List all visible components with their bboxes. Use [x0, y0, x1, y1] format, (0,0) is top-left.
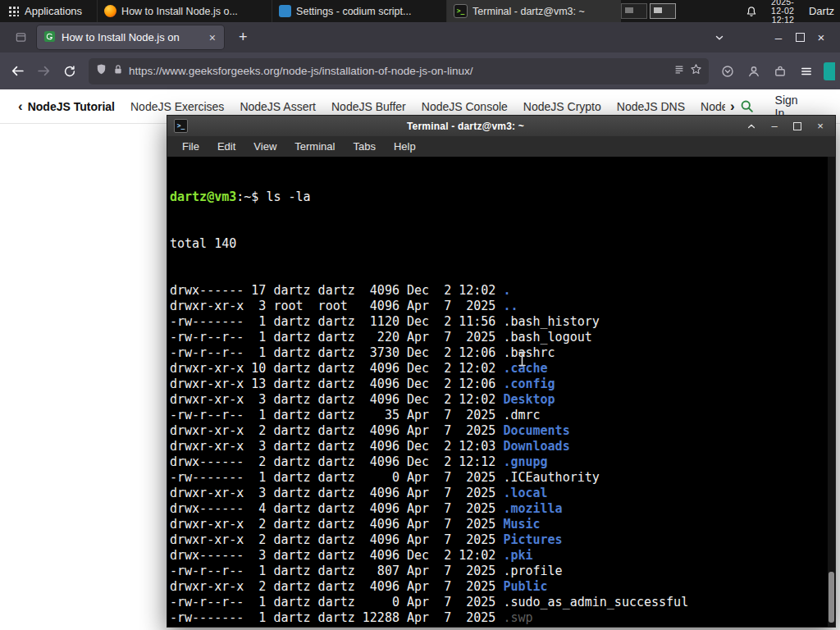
site-nav-item[interactable]: NodeJS Crypto — [523, 100, 601, 113]
applications-grid-icon — [8, 6, 19, 16]
terminal-menu-help[interactable]: Help — [394, 140, 416, 153]
workspace-2[interactable] — [650, 3, 676, 19]
browser-tab-active[interactable]: How to Install Node.js on × — [37, 25, 224, 49]
site-nav-links: NodeJS TutorialNodeJS ExercisesNodeJS As… — [28, 100, 725, 113]
terminal-screen[interactable]: dartz@vm3:~$ ls -la total 140 drwx------… — [167, 157, 835, 627]
site-nav-item[interactable]: NodeJS DNS — [617, 100, 685, 113]
clock-time: 12:12 — [772, 16, 794, 25]
extensions-icon[interactable] — [768, 59, 792, 84]
terminal-shade-button[interactable] — [743, 121, 760, 131]
site-search-icon[interactable] — [740, 99, 754, 113]
file-attributes: -rw-r--r-- 1 dartz dartz 807 Apr 7 2025 — [170, 564, 503, 578]
site-nav-item[interactable]: NodeJS Tutorial — [28, 100, 115, 113]
teal-extension-icon[interactable] — [824, 62, 835, 80]
tab-bar: How to Install Node.js on × + – × — [0, 22, 840, 52]
file-name: . — [503, 283, 510, 298]
terminal-output-line: drwxr-xr-x 2 dartz dartz 4096 Apr 7 2025… — [170, 579, 835, 595]
terminal-output-line: drwxr-xr-x 2 dartz dartz 4096 Apr 7 2025… — [170, 517, 835, 532]
new-tab-button[interactable]: + — [234, 29, 253, 46]
file-attributes: -rw-r--r-- 1 dartz dartz 220 Apr 7 2025 — [170, 330, 503, 345]
scrollbar-thumb[interactable] — [829, 572, 834, 623]
tracking-shield-icon[interactable] — [95, 63, 107, 79]
panel-clock[interactable]: 2025-12-02 12:12 — [771, 0, 794, 25]
reader-mode-icon[interactable] — [673, 64, 685, 79]
file-attributes: -rw------- 1 dartz dartz 1120 Dec 2 11:5… — [170, 314, 503, 329]
terminal-menu-view[interactable]: View — [253, 140, 276, 153]
tab-close-button[interactable]: × — [208, 31, 217, 44]
notification-bell-icon[interactable] — [745, 5, 758, 18]
workspace-switcher[interactable] — [621, 3, 676, 19]
reload-button[interactable] — [57, 59, 82, 84]
file-attributes: drwxr-xr-x 3 dartz dartz 4096 Dec 2 12:0… — [170, 439, 503, 454]
terminal-menu-edit[interactable]: Edit — [217, 140, 235, 153]
terminal-listing: drwx------ 17 dartz dartz 4096 Dec 2 12:… — [170, 283, 835, 627]
window-maximize-button[interactable] — [789, 33, 810, 42]
bookmark-star-icon[interactable] — [690, 63, 702, 79]
site-nav-item[interactable]: NodeJS Assert — [240, 100, 316, 113]
terminal-close-button[interactable]: × — [812, 120, 829, 132]
taskbar-button[interactable]: How to Install Node.js o... — [97, 0, 272, 22]
terminal-prompt-line: dartz@vm3:~$ ls -la — [170, 189, 835, 205]
terminal-menu-file[interactable]: File — [182, 140, 199, 153]
forward-button[interactable] — [31, 59, 56, 84]
window-minimize-button[interactable]: – — [768, 30, 789, 44]
terminal-scrollbar[interactable] — [828, 157, 835, 627]
file-name: Documents — [503, 423, 569, 438]
prompt-suffix: :~$ — [236, 189, 266, 204]
menu-hamburger-icon[interactable] — [794, 59, 819, 84]
file-name: .mozilla — [503, 501, 562, 516]
terminal-maximize-button[interactable] — [789, 122, 806, 130]
navigation-toolbar: https://www.geeksforgeeks.org/node-js/in… — [0, 52, 840, 89]
file-attributes: drwxr-xr-x 2 dartz dartz 4096 Apr 7 2025 — [170, 532, 503, 547]
window-close-button[interactable]: × — [810, 30, 832, 44]
site-nav-item[interactable]: NodeJS Console — [422, 100, 508, 113]
firefox-view-icon[interactable] — [11, 28, 30, 47]
taskbar-button-label: Terminal - dartz@vm3: ~ — [472, 6, 585, 17]
site-nav-forward-chevron[interactable]: › — [725, 98, 740, 115]
taskbar-button[interactable]: >_Terminal - dartz@vm3: ~ — [446, 0, 621, 22]
terminal-output-line: -rw------- 1 dartz dartz 1120 Dec 2 11:5… — [170, 314, 835, 330]
account-icon[interactable] — [742, 59, 766, 84]
site-nav-back-chevron[interactable]: ‹ — [13, 98, 28, 115]
file-attributes: drwx------ 3 dartz dartz 4096 Dec 2 12:0… — [170, 548, 503, 563]
file-name: .sudo_as_admin_successful — [503, 595, 688, 609]
list-all-tabs-chevron-icon[interactable] — [714, 32, 725, 43]
terminal-menu-terminal[interactable]: Terminal — [294, 140, 335, 153]
applications-label: Applications — [25, 5, 82, 17]
file-attributes: -rw------- 1 dartz dartz 12288 Apr 7 202… — [170, 610, 503, 625]
file-name: .ICEauthority — [503, 470, 599, 485]
prompt-user-host: dartz@vm3 — [170, 189, 236, 204]
file-name: .bash_history — [503, 314, 599, 329]
url-text[interactable]: https://www.geeksforgeeks.org/node-js/in… — [129, 65, 669, 77]
terminal-minimize-button[interactable]: – — [766, 120, 783, 132]
site-nav-item[interactable]: Node — [701, 100, 725, 113]
file-name: .. — [503, 299, 518, 313]
back-button[interactable] — [5, 59, 30, 84]
terminal-output-line: drwx------ 2 dartz dartz 4096 Dec 2 12:1… — [170, 454, 835, 470]
taskbar-button[interactable]: Settings - codium script... — [272, 0, 446, 22]
site-nav-item[interactable]: NodeJS Exercises — [130, 100, 224, 113]
lock-icon[interactable] — [112, 63, 124, 79]
file-name: .local — [503, 486, 547, 500]
file-name: .profile — [503, 564, 562, 578]
pocket-icon[interactable] — [715, 59, 740, 84]
maximize-square-icon — [796, 33, 805, 42]
user-menu[interactable]: Dartz — [809, 5, 834, 17]
site-nav-item[interactable]: NodeJS Buffer — [331, 100, 406, 113]
workspace-1[interactable] — [621, 3, 647, 19]
terminal-titlebar[interactable]: >_ Terminal - dartz@vm3: ~ – × — [167, 116, 835, 136]
terminal-output-line: drwxr-xr-x 3 dartz dartz 4096 Dec 2 12:0… — [170, 392, 835, 408]
terminal-output-line: drwxr-xr-x 3 dartz dartz 4096 Apr 7 2025… — [170, 486, 835, 501]
terminal-icon: >_ — [454, 4, 468, 18]
file-name: Downloads — [503, 439, 569, 454]
terminal-output-line: -rw-r--r-- 1 dartz dartz 35 Apr 7 2025 .… — [170, 408, 835, 423]
terminal-menu-tabs[interactable]: Tabs — [353, 140, 375, 153]
terminal-output-line: -rw-r--r-- 1 dartz dartz 3730 Dec 2 12:0… — [170, 345, 835, 361]
file-attributes: drwxr-xr-x 3 root root 4096 Apr 7 2025 — [170, 299, 503, 313]
terminal-output-line: -rw-r--r-- 1 dartz dartz 0 Apr 7 2025 .s… — [170, 595, 835, 610]
file-attributes: drwxr-xr-x 2 dartz dartz 4096 Apr 7 2025 — [170, 579, 503, 594]
file-attributes: drwx------ 2 dartz dartz 4096 Dec 2 12:1… — [170, 454, 503, 469]
applications-menu-button[interactable]: Applications — [0, 0, 90, 22]
url-bar[interactable]: https://www.geeksforgeeks.org/node-js/in… — [89, 58, 709, 84]
file-attributes: drwx------ 4 dartz dartz 4096 Apr 7 2025 — [170, 501, 503, 516]
